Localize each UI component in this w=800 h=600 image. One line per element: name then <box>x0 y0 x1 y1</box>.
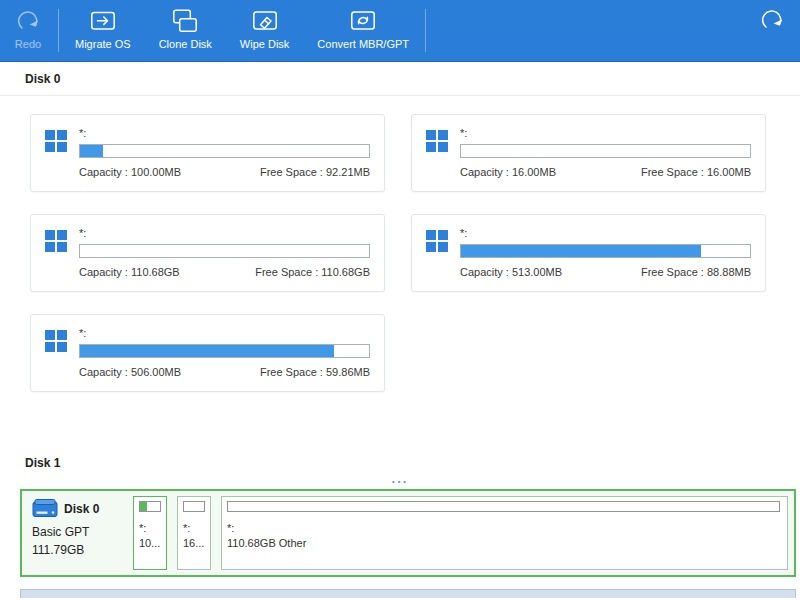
free-space-label: Free Space : 110.68GB <box>255 266 370 278</box>
toolbar-button[interactable]: Clone Disk <box>145 0 226 61</box>
usage-bar-fill <box>80 345 334 357</box>
partition-card[interactable]: *: Capacity : 16.00MB Free Space : 16.00… <box>411 114 766 192</box>
disk-map-blocks: *: 10... *: 16... *: 110.68GB Other <box>133 496 788 570</box>
free-space-label: Free Space : 16.00MB <box>641 166 751 178</box>
wipe-disk-icon <box>251 7 279 35</box>
usage-bar <box>460 144 751 158</box>
toolbar: Redo Migrate OS Clone Disk Wipe Disk Con… <box>0 0 800 62</box>
partition-card[interactable]: *: Capacity : 506.00MB Free Space : 59.8… <box>30 314 385 392</box>
main-content: Disk 0 *: Capacity : 100.00MB Free Space… <box>0 62 800 598</box>
partition-block-usage-bar <box>227 501 780 512</box>
toolbar-separator <box>425 9 426 52</box>
toolbar-button[interactable] <box>744 0 800 61</box>
convert-mbr-gpt-icon <box>349 7 377 35</box>
toolbar-right <box>744 0 800 61</box>
partition-label: *: <box>460 127 751 139</box>
disk-capacity: 111.79GB <box>32 541 125 559</box>
toolbar-main: Migrate OS Clone Disk Wipe Disk Convert … <box>61 0 423 61</box>
toolbar-left: Redo <box>0 0 56 61</box>
disk0-section-header: Disk 0 <box>0 62 800 96</box>
usage-bar <box>79 244 370 258</box>
partition-block[interactable]: *: 16... <box>177 496 211 570</box>
capacity-label: Capacity : 110.68GB <box>79 266 180 278</box>
next-disk-row-peek[interactable] <box>20 589 796 598</box>
usage-bar-fill <box>80 145 103 157</box>
toolbar-button[interactable]: Wipe Disk <box>226 0 304 61</box>
partition-block[interactable]: *: 10... <box>133 496 167 570</box>
partition-block-usage-bar <box>139 501 161 512</box>
disk-map-row[interactable]: Disk 0 Basic GPT 111.79GB *: 10... *: 16… <box>20 489 796 577</box>
toolbar-button[interactable]: Convert MBR/GPT <box>303 0 423 61</box>
partition-label: *: <box>460 227 751 239</box>
windows-logo-icon <box>45 230 67 252</box>
partition-block-label: *: <box>139 521 161 536</box>
redo-icon <box>14 7 42 35</box>
disk-label: Disk 0 <box>64 502 99 516</box>
windows-logo-icon <box>45 330 67 352</box>
overflow-indicator[interactable]: ... <box>0 474 800 486</box>
disk-type: Basic GPT <box>32 523 125 541</box>
windows-logo-icon <box>426 130 448 152</box>
refresh-icon <box>758 6 786 34</box>
partition-label: *: <box>79 227 370 239</box>
capacity-label: Capacity : 16.00MB <box>460 166 556 178</box>
partition-card[interactable]: *: Capacity : 513.00MB Free Space : 88.8… <box>411 214 766 292</box>
usage-bar-fill <box>461 245 701 257</box>
toolbar-button-label: Clone Disk <box>159 38 212 50</box>
capacity-label: Capacity : 100.00MB <box>79 166 181 178</box>
partition-label: *: <box>79 127 370 139</box>
partition-block-label: *: <box>183 521 205 536</box>
partition-card[interactable]: *: Capacity : 110.68GB Free Space : 110.… <box>30 214 385 292</box>
disk1-section-header: Disk 1 <box>0 446 800 474</box>
clone-disk-icon <box>171 7 199 35</box>
partition-block-usage-bar <box>183 501 205 512</box>
migrate-os-icon <box>89 7 117 35</box>
free-space-label: Free Space : 92.21MB <box>260 166 370 178</box>
partition-block-usage-fill <box>140 502 147 511</box>
free-space-label: Free Space : 88.88MB <box>641 266 751 278</box>
partition-block[interactable]: *: 110.68GB Other <box>221 496 788 570</box>
partition-block-size: 16... <box>183 536 205 551</box>
toolbar-separator <box>58 9 59 52</box>
disk0-title: Disk 0 <box>25 72 60 86</box>
toolbar-button-label: Migrate OS <box>75 38 131 50</box>
disk0-card-grid: *: Capacity : 100.00MB Free Space : 92.2… <box>0 96 800 410</box>
usage-bar <box>79 144 370 158</box>
toolbar-button-label: Convert MBR/GPT <box>317 38 409 50</box>
partition-label: *: <box>79 327 370 339</box>
capacity-label: Capacity : 513.00MB <box>460 266 562 278</box>
disk1-title: Disk 1 <box>25 456 60 470</box>
usage-bar <box>79 344 370 358</box>
usage-bar <box>460 244 751 258</box>
toolbar-spacer <box>428 0 744 61</box>
windows-logo-icon <box>45 130 67 152</box>
partition-block-size: 110.68GB Other <box>227 536 782 551</box>
windows-logo-icon <box>426 230 448 252</box>
toolbar-button-label: Redo <box>15 38 41 50</box>
partition-block-size: 10... <box>139 536 161 551</box>
toolbar-button[interactable]: Migrate OS <box>61 0 145 61</box>
toolbar-button-label: Wipe Disk <box>240 38 290 50</box>
partition-block-label: *: <box>227 521 782 536</box>
partition-card[interactable]: *: Capacity : 100.00MB Free Space : 92.2… <box>30 114 385 192</box>
toolbar-button[interactable]: Redo <box>0 0 56 61</box>
disk-info: Disk 0 Basic GPT 111.79GB <box>28 496 125 570</box>
capacity-label: Capacity : 506.00MB <box>79 366 181 378</box>
disk-icon <box>32 498 58 519</box>
free-space-label: Free Space : 59.86MB <box>260 366 370 378</box>
